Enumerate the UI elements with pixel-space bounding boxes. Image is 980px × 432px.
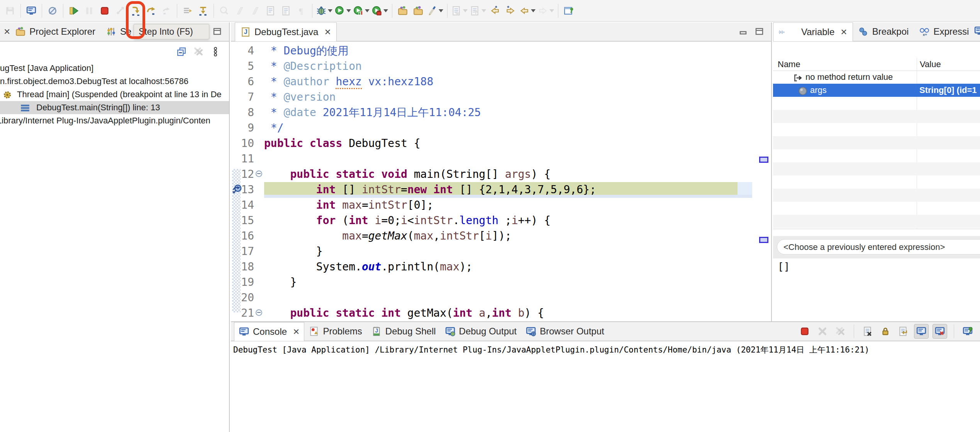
open-console-view-button[interactable] [25, 2, 38, 19]
line-number[interactable]: 6 [231, 74, 254, 89]
line-number[interactable]: 21 [231, 305, 254, 321]
skip-all-breakpoints-button[interactable] [46, 2, 59, 19]
editor-tab-close-icon[interactable]: × [324, 27, 331, 37]
left-tab-project-explorer[interactable]: Project Explorer [10, 22, 101, 41]
overview-marker-icon[interactable] [759, 237, 768, 243]
line-number[interactable]: 5 [231, 59, 254, 74]
code-line-14[interactable]: 14 int max=intStr[0]; [231, 197, 771, 213]
open-resource-button[interactable] [396, 2, 409, 19]
view-tab-expressi[interactable]: x=Expressi [914, 22, 974, 41]
tab-close-icon[interactable]: × [841, 27, 847, 37]
code-line-21[interactable]: 21 public static int getMax(int a,int b)… [231, 305, 771, 321]
scroll-lock-button[interactable] [878, 324, 892, 338]
console-tab-problems[interactable]: Problems [304, 322, 366, 341]
step-into-button[interactable] [129, 2, 142, 19]
dropdown-arrow-icon[interactable] [463, 9, 468, 12]
code-line-4[interactable]: 4 * Debug的使用 [231, 43, 771, 59]
debug-button[interactable] [316, 2, 332, 19]
debug-view-icon[interactable] [974, 26, 980, 37]
code-line-7[interactable]: 7 * @version [231, 89, 771, 105]
view-tab-breakpoi[interactable]: Breakpoi [853, 22, 914, 41]
debug-tree-row[interactable]: Thread [main] (Suspended (breakpoint at … [0, 88, 229, 101]
code-line-19[interactable]: 19 } [231, 275, 771, 290]
external-tools-button[interactable] [372, 2, 388, 19]
variable-row[interactable] [773, 215, 980, 228]
dropdown-arrow-icon[interactable] [482, 9, 486, 12]
debug-tree-row[interactable]: n.first.object.demo3.DebugTest at localh… [0, 75, 229, 88]
terminate-button[interactable] [98, 2, 111, 19]
editor-tab-debugtest[interactable]: J DebugTest.java × [235, 22, 337, 41]
line-number[interactable]: 10 [231, 136, 254, 151]
code-line-6[interactable]: 6 * @author hexz vx:hexz188 [231, 74, 771, 89]
column-name[interactable]: Name [778, 58, 800, 71]
code-line-16[interactable]: 16 max=getMax(max,intStr[i]); [231, 228, 771, 244]
view-tab-variable[interactable]: (x)=Variable× [773, 22, 853, 41]
column-value[interactable]: Value [920, 58, 941, 71]
show-console-stdout-toggle[interactable] [914, 324, 929, 339]
code-line-20[interactable]: 20 [231, 290, 771, 305]
mark-occurrences-button[interactable] [427, 2, 443, 19]
line-number[interactable]: 15 [231, 213, 254, 228]
view-menu-button[interactable] [210, 47, 220, 57]
word-wrap-button[interactable] [896, 324, 910, 338]
fold-collapse-icon[interactable] [256, 170, 262, 177]
show-console-stderr-toggle[interactable] [933, 324, 947, 339]
variable-row[interactable] [773, 97, 980, 110]
variable-row[interactable] [773, 123, 980, 136]
previous-edit-location-button[interactable]: * [488, 2, 502, 19]
dropdown-arrow-icon[interactable] [328, 9, 332, 12]
dropdown-arrow-icon[interactable] [531, 9, 536, 12]
line-number[interactable]: 18 [231, 259, 254, 275]
code-line-17[interactable]: 17 } [231, 244, 771, 259]
line-number[interactable]: 7 [231, 89, 254, 105]
debug-tree-row[interactable]: ugTest [Java Application] [0, 62, 229, 75]
console-tab-debug-shell[interactable]: JDebug Shell [367, 322, 441, 341]
line-number[interactable]: 17 [231, 244, 254, 259]
debug-tree-row[interactable]: DebugTest.main(String[]) line: 13 [0, 101, 229, 114]
next-edit-location-button[interactable]: * [504, 2, 517, 19]
debug-tab-close-icon[interactable]: × [4, 27, 10, 37]
right-divider[interactable] [771, 22, 772, 322]
console-tab-debug-output[interactable]: Debug Output [441, 322, 521, 341]
dropdown-arrow-icon[interactable] [365, 9, 370, 12]
line-number[interactable]: 19 [231, 275, 254, 290]
pin-console-button[interactable] [961, 324, 975, 338]
dropdown-arrow-icon[interactable] [383, 9, 388, 12]
remove-all-terminated-button[interactable] [193, 47, 203, 57]
line-number[interactable]: 13 [231, 182, 254, 197]
console-tab-console[interactable]: Console× [234, 322, 304, 341]
overview-marker-icon[interactable] [759, 157, 768, 163]
line-number[interactable]: 12 [231, 167, 254, 182]
coverage-button[interactable] [353, 2, 370, 19]
fold-collapse-icon[interactable] [256, 309, 262, 316]
code-line-9[interactable]: 9 */ [231, 120, 771, 136]
run-button[interactable] [335, 2, 351, 19]
code-line-12[interactable]: 12 public static void main(String[] args… [231, 167, 771, 182]
clear-console-button[interactable] [861, 324, 875, 338]
dropdown-arrow-icon[interactable] [346, 9, 351, 12]
terminate-button[interactable] [798, 324, 812, 338]
code-line-5[interactable]: 5 * @Description [231, 59, 771, 74]
code-line-15[interactable]: 15 for (int i=0;i<intStr.length ;i++) { [231, 213, 771, 228]
variable-row[interactable] [773, 110, 980, 123]
line-number[interactable]: 11 [231, 151, 254, 167]
line-number[interactable]: 20 [231, 290, 254, 305]
editor-minimize-icon[interactable] [739, 27, 748, 36]
line-number[interactable]: 14 [231, 197, 254, 213]
dropdown-arrow-icon[interactable] [549, 9, 554, 12]
variable-row[interactable] [773, 202, 980, 215]
editor-maximize-icon[interactable] [755, 27, 764, 36]
tab-close-icon[interactable]: × [293, 327, 299, 337]
code-editor[interactable]: 4 * Debug的使用5 * @Description6 * @author … [231, 42, 771, 321]
console-tab-browser-output[interactable]: Browser Output [521, 322, 609, 341]
line-number[interactable]: 16 [231, 228, 254, 244]
code-line-18[interactable]: 18 System.out.println(max); [231, 259, 771, 275]
variable-detail-pane[interactable]: [] [778, 261, 790, 272]
variable-row[interactable] [773, 136, 980, 149]
collapse-all-button[interactable] [176, 47, 187, 57]
variable-row[interactable]: no method return value [773, 71, 980, 84]
step-over-button[interactable] [144, 2, 158, 19]
line-number[interactable]: 9 [231, 120, 254, 136]
variable-row[interactable]: argsString[0] (id=1 [773, 84, 980, 97]
code-line-13[interactable]: 13 int [] intStr=new int [] {2,1,4,3,7,5… [231, 182, 771, 197]
